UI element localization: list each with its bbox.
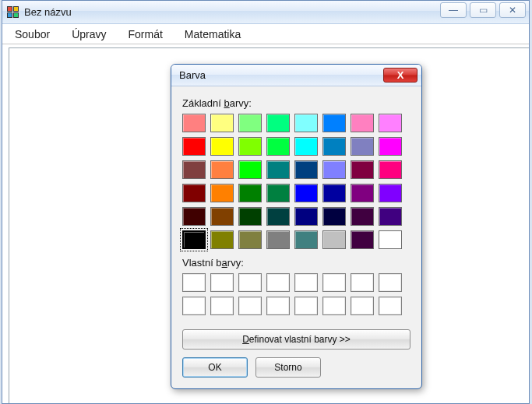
custom-color-slot[interactable] (351, 297, 374, 315)
dialog-body: Základní barvy: Vlastní barvy: Definovat… (171, 86, 421, 388)
color-swatch[interactable] (210, 230, 234, 249)
color-swatch[interactable] (322, 230, 346, 249)
color-swatch[interactable] (182, 114, 206, 132)
color-swatch[interactable] (210, 114, 234, 132)
color-swatch[interactable] (294, 207, 318, 226)
window-controls: — ▭ ✕ (440, 2, 526, 18)
color-swatch[interactable] (294, 114, 318, 132)
color-swatch[interactable] (379, 114, 402, 132)
menu-edit[interactable]: Úpravy (67, 26, 111, 42)
color-swatch[interactable] (379, 207, 402, 226)
color-swatch[interactable] (322, 137, 346, 156)
custom-color-slot[interactable] (351, 273, 374, 292)
color-swatch[interactable] (238, 114, 262, 132)
custom-color-slot[interactable] (182, 273, 206, 292)
custom-colors-grid (182, 273, 410, 315)
color-swatch[interactable] (182, 137, 206, 156)
basic-colors-label: Základní barvy: (182, 97, 410, 109)
color-swatch[interactable] (266, 207, 290, 226)
menu-math[interactable]: Matematika (180, 26, 245, 42)
minimize-button[interactable]: — (440, 2, 467, 18)
color-swatch[interactable] (351, 137, 374, 156)
color-swatch[interactable] (210, 207, 234, 226)
dialog-title: Barva (179, 69, 206, 81)
custom-color-slot[interactable] (210, 297, 234, 315)
color-swatch[interactable] (266, 114, 290, 132)
color-swatch[interactable] (182, 207, 206, 226)
color-swatch[interactable] (294, 160, 318, 179)
color-dialog: Barva X Základní barvy: Vlastní barvy: D… (171, 64, 422, 389)
custom-color-slot[interactable] (238, 297, 262, 315)
menu-file[interactable]: Soubor (10, 26, 55, 42)
color-swatch[interactable] (379, 230, 402, 249)
define-custom-colors-button[interactable]: Definovat vlastní barvy >> (182, 329, 410, 350)
color-swatch[interactable] (351, 114, 374, 132)
color-swatch[interactable] (266, 184, 290, 202)
color-swatch[interactable] (322, 114, 346, 132)
color-swatch[interactable] (294, 137, 318, 156)
color-swatch[interactable] (351, 230, 374, 249)
color-swatch[interactable] (182, 160, 206, 179)
cancel-button[interactable]: Storno (255, 357, 321, 378)
custom-colors-label: Vlastní barvy: (182, 257, 410, 269)
color-swatch[interactable] (379, 137, 402, 156)
color-swatch[interactable] (238, 184, 262, 202)
custom-color-slot[interactable] (379, 297, 402, 315)
color-swatch[interactable] (379, 160, 402, 179)
color-swatch[interactable] (266, 160, 290, 179)
custom-color-slot[interactable] (266, 273, 290, 292)
color-swatch[interactable] (210, 137, 234, 156)
dialog-titlebar[interactable]: Barva X (171, 65, 421, 86)
custom-color-slot[interactable] (322, 273, 346, 292)
color-swatch[interactable] (351, 160, 374, 179)
color-swatch[interactable] (266, 230, 290, 249)
color-swatch[interactable] (238, 230, 262, 249)
close-button[interactable]: ✕ (499, 2, 526, 18)
color-swatch[interactable] (238, 207, 262, 226)
color-swatch[interactable] (294, 230, 318, 249)
titlebar: Bez názvu — ▭ ✕ (2, 1, 529, 24)
custom-color-slot[interactable] (294, 273, 318, 292)
ok-button[interactable]: OK (182, 357, 248, 378)
window-title: Bez názvu (24, 6, 72, 18)
color-swatch[interactable] (351, 184, 374, 202)
menubar: Soubor Úpravy Formát Matematika (2, 24, 529, 44)
color-swatch[interactable] (322, 184, 346, 202)
dialog-close-button[interactable]: X (383, 68, 417, 83)
custom-color-slot[interactable] (238, 273, 262, 292)
color-swatch[interactable] (238, 137, 262, 156)
color-swatch[interactable] (210, 184, 234, 202)
menu-format[interactable]: Formát (124, 26, 167, 42)
custom-color-slot[interactable] (294, 297, 318, 315)
color-swatch[interactable] (182, 184, 206, 202)
color-swatch[interactable] (322, 160, 346, 179)
color-swatch[interactable] (182, 230, 206, 249)
custom-color-slot[interactable] (182, 297, 206, 315)
dialog-actions: OK Storno (182, 357, 410, 378)
color-swatch[interactable] (379, 184, 402, 202)
custom-color-slot[interactable] (210, 273, 234, 292)
basic-colors-grid (182, 114, 410, 249)
color-swatch[interactable] (238, 160, 262, 179)
app-icon (7, 6, 19, 19)
color-swatch[interactable] (322, 207, 346, 226)
color-swatch[interactable] (351, 207, 374, 226)
maximize-button[interactable]: ▭ (470, 2, 496, 18)
custom-color-slot[interactable] (379, 273, 402, 292)
color-swatch[interactable] (210, 160, 234, 179)
color-swatch[interactable] (266, 137, 290, 156)
color-swatch[interactable] (294, 184, 318, 202)
custom-color-slot[interactable] (322, 297, 346, 315)
custom-color-slot[interactable] (266, 297, 290, 315)
